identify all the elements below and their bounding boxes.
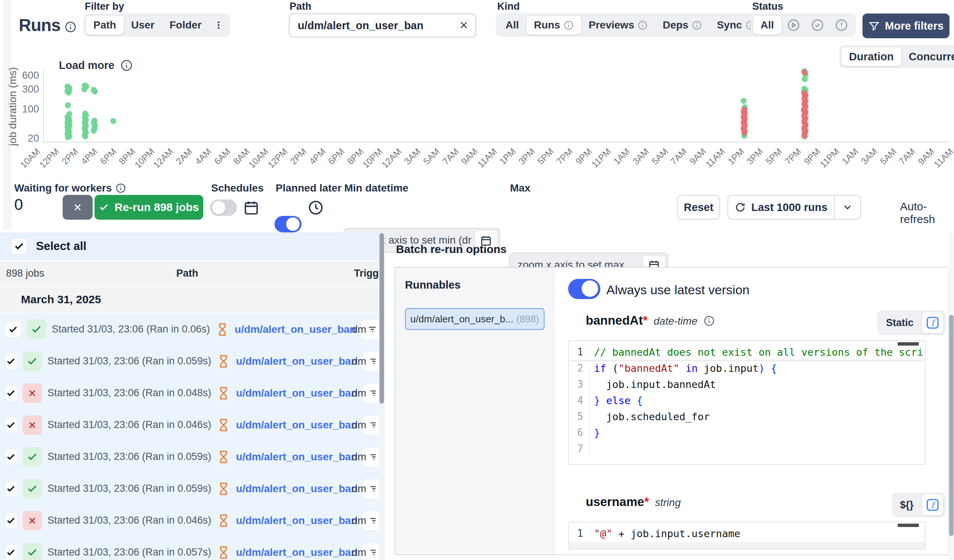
- last-runs-dropdown[interactable]: [835, 196, 860, 219]
- scrollbar-thumb[interactable]: [949, 315, 954, 536]
- code-line[interactable]: [594, 441, 913, 457]
- run-dot-success[interactable]: [65, 90, 72, 96]
- job-row[interactable]: Started 31/03, 23:06 (Ran in 0.059s)u/dm…: [0, 473, 385, 504]
- rerun-jobs-button[interactable]: Re-run 898 jobs: [95, 195, 203, 220]
- xtick-label: 3AM: [630, 146, 651, 167]
- xtick-label: 7PM: [783, 146, 803, 167]
- batch-panel-scrollbar[interactable]: [949, 232, 954, 560]
- status-badge-success: [22, 352, 42, 371]
- run-dot-failure[interactable]: [801, 133, 807, 139]
- job-list-scrollbar[interactable]: [379, 232, 385, 560]
- run-dot-failure[interactable]: [741, 130, 747, 136]
- run-dot-success[interactable]: [65, 102, 71, 108]
- latest-version-toggle[interactable]: [568, 279, 600, 299]
- template-mode-button[interactable]: ${}: [895, 499, 919, 511]
- job-row[interactable]: Started 31/03, 23:06 (Ran in 0.059s)u/dm…: [0, 345, 385, 377]
- runnable-name: u/dm/alert_on_user_b...: [410, 313, 513, 325]
- run-dot-success[interactable]: [740, 98, 747, 104]
- row-checkbox[interactable]: [5, 544, 17, 560]
- select-all-checkbox[interactable]: [11, 238, 27, 254]
- x-icon: [27, 420, 37, 430]
- editor-code[interactable]: // bannedAt does not exist on all versio…: [589, 344, 913, 457]
- x-icon: [27, 388, 37, 398]
- javascript-mode-button[interactable]: f: [922, 494, 943, 516]
- job-started-text: Started 31/03, 23:06 (Ran in 0.046s): [48, 419, 212, 431]
- reset-button[interactable]: Reset: [677, 195, 720, 220]
- static-mode-button[interactable]: Static: [881, 317, 919, 329]
- check-icon: [6, 548, 16, 557]
- code-line[interactable]: job.input.bannedAt: [594, 376, 913, 392]
- row-checkbox[interactable]: [5, 513, 17, 529]
- job-row[interactable]: Started 31/03, 23:06 (Ran in 0.046s)u/dm…: [0, 409, 385, 441]
- run-dot-success[interactable]: [110, 118, 116, 124]
- field-type: string: [655, 497, 681, 509]
- job-path-link[interactable]: u/dm/alert_on_user_ban: [235, 324, 356, 336]
- bannedat-code-editor[interactable]: 1234567 // bannedAt does not exist on al…: [568, 340, 926, 465]
- hourglass-icon: [217, 514, 230, 527]
- batch-rerun-box: Runnables u/dm/alert_on_user_b... (898) …: [394, 267, 949, 555]
- xtick-label: 3AM: [402, 146, 423, 167]
- javascript-mode-button[interactable]: f: [922, 312, 943, 334]
- job-list-header: 898 jobs Path Trigge: [0, 261, 385, 286]
- bannedat-field-header: bannedAt* date-time: [586, 313, 715, 328]
- job-path-link[interactable]: u/dm/alert_on_user_ban: [236, 546, 357, 558]
- date-group-row: March 31, 2025: [0, 286, 385, 313]
- code-line[interactable]: job.scheduled_for: [594, 409, 913, 425]
- scrollbar-thumb[interactable]: [379, 233, 384, 404]
- code-line[interactable]: "@" + job.input.username: [594, 526, 913, 541]
- run-dot-success[interactable]: [91, 128, 97, 134]
- col-path-label: Path: [176, 268, 198, 279]
- job-row[interactable]: Started 31/03, 23:06 (Ran in 0.057s)u/dm…: [0, 537, 385, 560]
- job-trigger: dm: [352, 515, 366, 527]
- xtick-label: 11PM: [818, 146, 842, 170]
- xtick-label: 5AM: [878, 146, 898, 167]
- last-runs-button[interactable]: Last 1000 runs: [728, 196, 835, 219]
- chevron-down-icon: [842, 202, 853, 213]
- editor-hscroll-thumb[interactable]: [898, 524, 919, 527]
- job-path-link[interactable]: u/dm/alert_on_user_ban: [236, 419, 357, 431]
- row-checkbox[interactable]: [5, 417, 17, 433]
- xtick-label: 11AM: [932, 146, 954, 170]
- job-path-link[interactable]: u/dm/alert_on_user_ban: [236, 483, 357, 495]
- check-icon: [26, 547, 38, 558]
- run-dot-success[interactable]: [92, 89, 98, 95]
- code-line[interactable]: if ("bannedAt" in job.input) {: [594, 360, 913, 376]
- run-dot-success[interactable]: [82, 134, 88, 140]
- editor-hscroll-thumb[interactable]: [898, 342, 919, 345]
- row-checkbox[interactable]: [5, 481, 17, 497]
- row-checkbox[interactable]: [5, 353, 17, 369]
- hourglass-icon: [217, 482, 230, 496]
- job-row[interactable]: Started 31/03, 23:06 (Ran in 0.059s)u/dm…: [0, 441, 385, 473]
- job-row[interactable]: Started 31/03, 23:06 (Ran in 0.048s)u/dm…: [0, 377, 385, 409]
- cancel-selection-button[interactable]: [62, 195, 93, 220]
- job-path-link[interactable]: u/dm/alert_on_user_ban: [236, 451, 357, 463]
- schedules-toggle[interactable]: [210, 199, 237, 216]
- job-row[interactable]: Started 31/03, 23:06 (Ran in 0.046s)u/dm…: [0, 504, 385, 537]
- job-row[interactable]: Started 31/03, 23:06 (Ran in 0.06s)u/dm/…: [0, 313, 385, 345]
- code-line[interactable]: } else {: [594, 392, 913, 409]
- username-code-editor[interactable]: 1 "@" + job.input.username: [568, 522, 926, 549]
- job-path-link[interactable]: u/dm/alert_on_user_ban: [236, 355, 357, 367]
- row-checkbox[interactable]: [5, 322, 21, 338]
- row-checkbox[interactable]: [5, 449, 17, 465]
- row-checkbox[interactable]: [5, 385, 17, 401]
- xtick-label: 2PM: [288, 146, 309, 167]
- job-path-link[interactable]: u/dm/alert_on_user_ban: [236, 515, 357, 527]
- code-line[interactable]: // bannedAt does not exist on all versio…: [594, 344, 913, 360]
- hourglass-icon: [217, 482, 230, 496]
- date-group-label: March 31, 2025: [21, 293, 101, 306]
- runnable-chip[interactable]: u/dm/alert_on_user_b... (898): [405, 308, 544, 330]
- job-path-link[interactable]: u/dm/alert_on_user_ban: [236, 387, 357, 399]
- xtick-label: 3AM: [859, 146, 879, 167]
- code-line[interactable]: }: [594, 425, 913, 441]
- planned-later-toggle[interactable]: [274, 216, 301, 232]
- check-icon: [99, 202, 109, 213]
- xtick-label: 7AM: [897, 146, 918, 167]
- xtick-label: 5AM: [650, 146, 670, 167]
- run-dot-success[interactable]: [81, 86, 87, 92]
- run-dot-success[interactable]: [802, 76, 808, 82]
- xtick-label: 5PM: [536, 146, 556, 167]
- editor-code[interactable]: "@" + job.input.username: [589, 526, 913, 541]
- line-number: 1: [569, 526, 588, 541]
- job-trigger: dm: [352, 355, 366, 367]
